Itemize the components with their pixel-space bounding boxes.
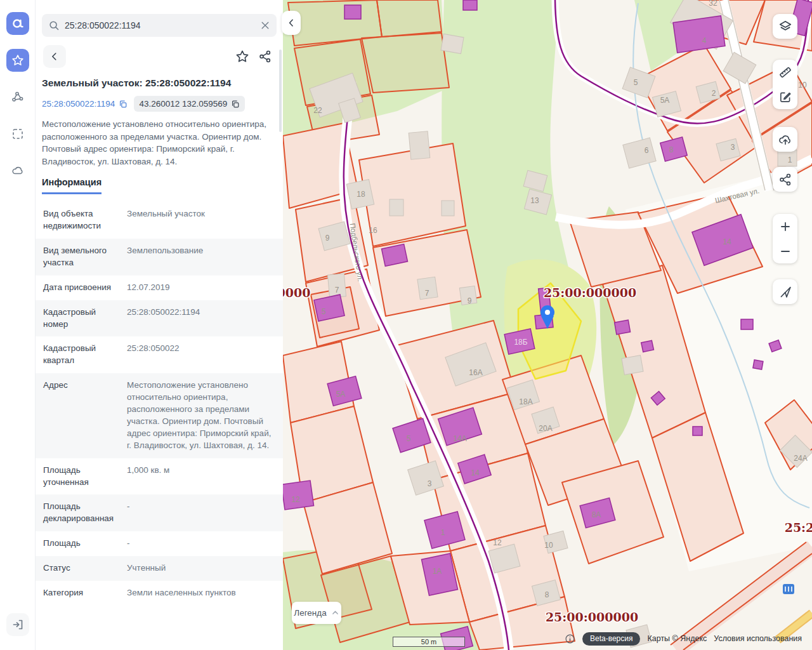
table-row: Кадастровый квартал25:28:050022	[36, 336, 283, 373]
map-building-label: 14А	[453, 434, 466, 443]
sidebar-item-cloud[interactable]	[6, 159, 29, 182]
favorite-button[interactable]	[231, 45, 254, 68]
tools-control	[773, 60, 797, 109]
info-panel: Земельный участок: 25:28:050022:1194 25:…	[36, 0, 283, 650]
table-row: Площадь уточненная1,000 кв. м	[36, 458, 283, 495]
chevron-left-icon	[286, 18, 296, 28]
map-building-label: 8	[545, 590, 549, 599]
map-building-label: 6	[645, 146, 649, 155]
table-row: АдресМестоположение установлено относите…	[36, 373, 283, 458]
share-button[interactable]	[254, 45, 277, 68]
share-control	[773, 167, 797, 192]
layers-button[interactable]	[773, 14, 797, 39]
panel-toolbar	[43, 45, 277, 68]
cloud-upload-button[interactable]	[773, 127, 797, 152]
map-building-label: 1А	[433, 567, 442, 576]
cloud-upload-icon	[778, 133, 792, 147]
terms-of-use-link[interactable]: Условия использования	[714, 634, 802, 643]
sidebar-item-objects[interactable]	[6, 86, 29, 109]
map-cadastral-label: 25:2	[785, 521, 812, 534]
cadastral-number-link[interactable]: 25:28:050022:1194	[42, 99, 128, 109]
app-logo[interactable]	[6, 12, 29, 35]
sidebar-item-favorites[interactable]	[6, 49, 29, 72]
row-value: Земли населенных пунктов	[127, 587, 275, 599]
chevron-left-icon	[49, 51, 60, 62]
zoom-in-button[interactable]	[773, 214, 797, 239]
map-building-label: 18	[357, 190, 365, 199]
logo-a-icon	[11, 17, 25, 30]
map-building-label: 5	[634, 78, 638, 87]
map-building-label: 5	[407, 434, 411, 443]
row-value: -	[127, 538, 275, 550]
collapse-panel-button[interactable]	[282, 11, 301, 35]
layers-icon	[778, 20, 792, 34]
coordinates-chip[interactable]: 43.260012 132.059569	[134, 96, 245, 112]
search-input[interactable]	[65, 20, 260, 30]
location-description: Местоположение установлено относительно …	[42, 118, 275, 168]
exit-icon	[11, 618, 24, 631]
table-row: Площадь-	[36, 531, 283, 556]
maps-copyright[interactable]: Карты © Яндекс	[647, 634, 707, 643]
map-building-label: 3	[731, 143, 735, 152]
coordinates-text: 43.260012 132.059569	[139, 99, 227, 109]
row-label: Вид земельного участка	[43, 245, 127, 269]
copy-icon[interactable]	[119, 100, 128, 109]
map-building-label: 20А	[539, 424, 552, 433]
star-icon	[235, 50, 249, 63]
zoom-out-button[interactable]	[773, 239, 797, 263]
row-value: 25:28:050022:1194	[127, 307, 275, 331]
map-building-label: 5A	[660, 96, 670, 105]
copy-icon[interactable]	[231, 100, 240, 109]
back-button[interactable]	[43, 45, 66, 68]
row-value: Землепользование	[127, 245, 275, 269]
map-building-label: 22	[313, 106, 322, 115]
map-building-label: 18Б	[514, 338, 527, 347]
measure-button[interactable]	[773, 60, 797, 84]
cloud-icon	[11, 164, 24, 177]
cadastral-number-text: 25:28:050022:1194	[42, 99, 115, 109]
map-building-label: 2	[712, 89, 716, 98]
table-row: КатегорияЗемли населенных пунктов	[36, 581, 283, 606]
left-rail	[0, 0, 36, 650]
panel-scrollbar[interactable]	[279, 50, 282, 132]
cadastral-map[interactable]: 2232455A26831011816913779516А18А20А5А514…	[283, 0, 812, 650]
map-cadastral-label: 0000	[283, 286, 310, 300]
map-building-label: 1	[788, 156, 792, 164]
table-row: Вид объекта недвижимостиЗемельный участо…	[36, 202, 283, 239]
zoom-control	[773, 214, 797, 263]
draw-button[interactable]	[773, 84, 797, 109]
transit-stop-icon	[783, 584, 794, 594]
sidebar-item-select-area[interactable]	[6, 123, 29, 145]
map-area[interactable]: 2232455A26831011816913779516А18А20А5А514…	[283, 0, 812, 650]
row-value: Земельный участок	[127, 208, 275, 232]
info-icon[interactable]	[565, 633, 575, 644]
legend-label: Легенда	[294, 608, 326, 618]
row-label: Площадь декларированная	[43, 501, 127, 525]
map-building-label: 9	[468, 296, 472, 305]
chevron-up-icon	[331, 609, 339, 617]
map-building-label: 18А	[519, 397, 532, 406]
tab-information[interactable]: Информация	[42, 177, 102, 194]
legend-button[interactable]: Легенда	[292, 602, 341, 624]
row-value: Местоположение установлено относительно …	[127, 380, 275, 451]
map-building-label: 10	[544, 541, 553, 550]
share-icon	[258, 50, 272, 63]
row-value: 1,000 кв. м	[127, 465, 275, 489]
row-label: Площадь уточненная	[43, 465, 127, 489]
row-label: Статус	[43, 562, 127, 574]
share-icon	[778, 173, 792, 187]
plus-icon	[779, 220, 792, 233]
ruler-icon	[778, 65, 792, 79]
map-building-label: 8А	[592, 510, 601, 519]
info-table: Вид объекта недвижимостиЗемельный участо…	[36, 202, 283, 606]
exit-button[interactable]	[6, 613, 29, 636]
search-bar[interactable]	[42, 14, 277, 37]
map-building-label: 14	[723, 237, 731, 246]
locate-button[interactable]	[773, 279, 797, 304]
clear-search-icon[interactable]	[260, 20, 270, 30]
map-share-button[interactable]	[773, 167, 797, 192]
map-cadastral-label: 25:00:000000	[544, 286, 636, 300]
scale-label: 50 m	[421, 638, 436, 646]
map-building-label: 5	[322, 307, 326, 316]
row-value: -	[127, 501, 275, 525]
